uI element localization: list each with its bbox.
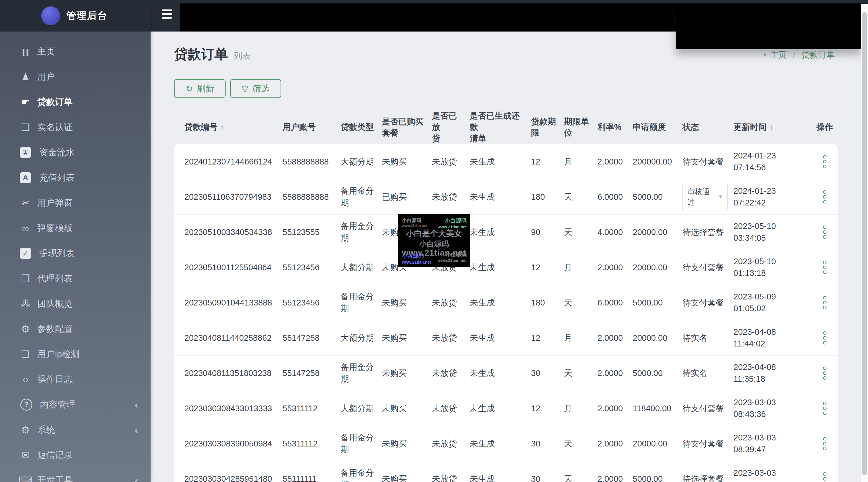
status-text: 待支付套餐	[682, 156, 724, 168]
cell-updated: 2024-01-23 07:14:56	[734, 150, 812, 173]
brand-logo-icon	[41, 6, 60, 25]
cell-loaned: 未放贷	[432, 297, 470, 309]
cell-updated: 2023-04-08 11:35:18	[734, 361, 812, 385]
recharge-ad-icon: A	[20, 172, 31, 183]
page-subtitle: 列表	[234, 50, 251, 62]
col-header-updated[interactable]: 更新时间↑	[734, 121, 812, 133]
menu-toggle-icon[interactable]	[162, 9, 172, 22]
scrollbar-thumb[interactable]	[862, 12, 867, 475]
cell-purchased: 未购买	[382, 438, 432, 450]
kebab-menu-icon[interactable]	[822, 435, 828, 453]
cell-loan-type: 备用金分期	[341, 185, 382, 208]
status-select[interactable]: 待实名	[682, 367, 707, 379]
status-select[interactable]: 审核通过 ▼	[682, 183, 728, 211]
watermark-center-line2: 小白源码	[398, 239, 470, 249]
cell-loan-id: 2023051001125504864	[174, 262, 283, 274]
sidebar-item[interactable]: ⌨ 开发工具 ‹	[0, 468, 151, 482]
kebab-menu-icon[interactable]	[822, 364, 828, 382]
kebab-menu-icon[interactable]	[822, 470, 828, 482]
sidebar-item[interactable]: A 充值列表	[0, 165, 151, 190]
cell-loan-id: 2023051003340534338	[174, 226, 283, 238]
watermark-top-right: 小白源码 www.21tian.net	[438, 217, 467, 229]
kebab-menu-icon[interactable]	[822, 294, 828, 312]
id-card-icon: ❏	[18, 121, 33, 133]
redacted-region-right	[676, 3, 861, 49]
cell-loan-type: 备用金分期	[341, 467, 382, 482]
kebab-menu-icon[interactable]	[822, 258, 828, 277]
col-header-loaned: 是否已放 贷	[432, 110, 470, 144]
cell-actions	[812, 329, 838, 347]
status-select[interactable]: 待选择套餐	[682, 473, 724, 482]
sidebar-item[interactable]: ① 资金流水	[0, 140, 151, 165]
admin-app: 管理后台 ▥ 主页 ♟ 用户 ☛ 贷款订单 ❏ 实名认证 ① 资金流水	[0, 0, 868, 482]
sidebar-item[interactable]: ♟ 用户	[0, 64, 151, 89]
sidebar-item[interactable]: ⚙ 系统 ‹	[0, 417, 151, 443]
cell-period: 30	[531, 438, 564, 450]
cell-loan-type: 大额分期	[341, 156, 382, 168]
status-select[interactable]: 待支付套餐	[682, 403, 724, 414]
cell-status: 待支付套餐	[682, 438, 734, 450]
topbar	[151, 0, 868, 31]
kebab-menu-icon[interactable]	[822, 399, 828, 418]
sidebar-item[interactable]: ✂ 用户弹窗	[0, 190, 151, 216]
cell-generated: 未生成	[470, 403, 531, 414]
cell-generated: 未生成	[470, 367, 531, 379]
table-card: 2024012307144666124 5588888888 大额分期 未购买 …	[174, 144, 838, 482]
kebab-menu-icon[interactable]	[822, 188, 828, 206]
kebab-menu-icon[interactable]	[822, 153, 828, 171]
status-select[interactable]: 待支付套餐	[682, 297, 724, 309]
sidebar: 管理后台 ▥ 主页 ♟ 用户 ☛ 贷款订单 ❏ 实名认证 ① 资金流水	[0, 0, 151, 482]
sidebar-item[interactable]: ❐ 代理列表	[0, 266, 151, 291]
status-select[interactable]: 待选择套餐	[682, 226, 724, 238]
cell-rate: 2.0000	[597, 262, 633, 274]
cell-unit: 天	[564, 367, 597, 379]
sort-up-icon[interactable]: ↑	[220, 123, 224, 132]
sidebar-item[interactable]: ❏ 实名认证	[0, 115, 151, 140]
status-select[interactable]: 待支付套餐	[682, 156, 724, 168]
cell-loaned: 未放贷	[432, 473, 470, 482]
col-header-purchased: 是否已购买 套餐	[382, 116, 432, 138]
kebab-menu-icon[interactable]	[822, 223, 828, 241]
cell-loan-id: 2023030304285951480	[174, 473, 283, 482]
breadcrumb-separator: /	[793, 51, 795, 60]
refresh-button[interactable]: ↻ 刷新	[174, 79, 225, 98]
sidebar-item-label: 提现列表	[39, 247, 75, 259]
sort-up-icon[interactable]: ↑	[770, 123, 774, 132]
kebab-menu-icon[interactable]	[822, 329, 828, 347]
breadcrumb-home-link[interactable]: 主页	[770, 49, 787, 61]
sidebar-item[interactable]: ⚙ 参数配置	[0, 316, 151, 342]
sidebar-item[interactable]: ▥ 主页	[0, 39, 151, 64]
sidebar-item-label: 充值列表	[39, 172, 75, 184]
status-select[interactable]: 待实名	[682, 332, 707, 344]
sidebar-item[interactable]: ❑ 用户ip检测	[0, 342, 151, 367]
sidebar-item-label: 操作日志	[37, 373, 73, 386]
filter-button[interactable]: ▽ 筛选	[230, 79, 281, 98]
scrollbar-track	[861, 4, 868, 482]
cell-status: 待支付套餐	[682, 403, 734, 414]
sidebar-item[interactable]: ○ 操作日志	[0, 367, 151, 392]
cell-amount: 20000.00	[633, 332, 682, 344]
cell-loan-type: 备用金分期	[341, 220, 382, 244]
sidebar-item[interactable]: ∞ 弹窗模板	[0, 216, 151, 241]
cell-period: 30	[531, 473, 564, 482]
cell-period: 180	[531, 191, 564, 203]
status-select[interactable]: 待支付套餐	[682, 262, 724, 274]
cell-purchased: 未购买	[382, 297, 432, 309]
circle-icon: ○	[18, 374, 33, 385]
sidebar-item[interactable]: ✓ 提现列表	[0, 241, 151, 266]
sidebar-item[interactable]: ✉ 短信记录	[0, 443, 151, 468]
watermark-bottom-right: 小白源码 www.21tian.net	[438, 251, 467, 263]
status-select[interactable]: 待支付套餐	[682, 438, 724, 450]
cell-loan-id: 2023030308390050984	[174, 438, 283, 450]
address-book-icon: ❐	[18, 273, 33, 284]
users-group-icon: ⁂	[18, 298, 33, 310]
col-header-loan-id[interactable]: 贷款编号↑	[174, 121, 283, 133]
sidebar-item[interactable]: ☛ 贷款订单	[0, 89, 151, 115]
cell-period: 12	[531, 262, 564, 274]
sidebar-item[interactable]: ? 内容管理 ‹	[0, 392, 151, 417]
cell-rate: 2.0000	[597, 403, 633, 414]
sidebar-item[interactable]: ⁂ 团队概览	[0, 291, 151, 316]
sidebar-item-label: 贷款订单	[37, 96, 73, 108]
sidebar-item-label: 用户弹窗	[37, 197, 73, 209]
keyboard-icon: ⌨	[18, 475, 33, 482]
